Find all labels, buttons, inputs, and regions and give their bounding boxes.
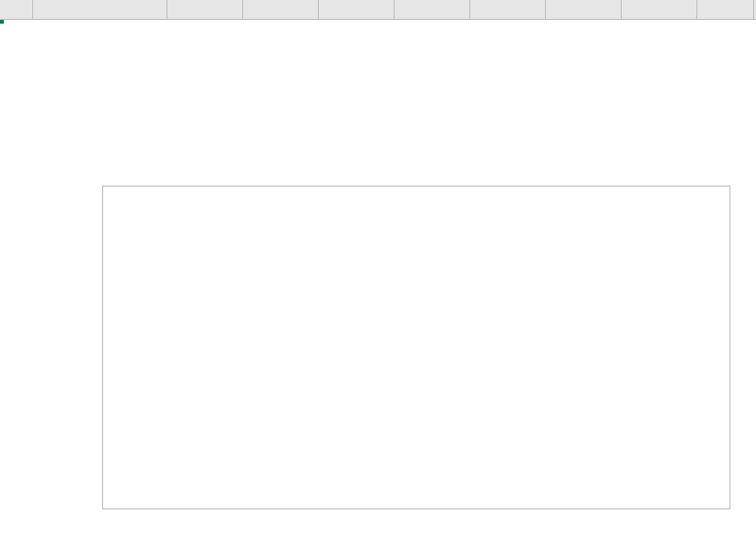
col-header-A[interactable]	[33, 0, 167, 19]
selection-indicator	[0, 20, 4, 24]
col-header-E[interactable]	[395, 0, 470, 19]
select-all-corner[interactable]	[0, 0, 33, 19]
col-header-I[interactable]	[697, 0, 754, 19]
col-header-D[interactable]	[319, 0, 395, 19]
col-header-C[interactable]	[243, 0, 319, 19]
col-header-G[interactable]	[546, 0, 622, 19]
chart-object[interactable]	[102, 186, 730, 509]
col-header-B[interactable]	[167, 0, 243, 19]
col-header-H[interactable]	[622, 0, 697, 19]
col-header-F[interactable]	[470, 0, 546, 19]
column-headers	[0, 0, 756, 20]
spreadsheet-grid[interactable]	[0, 0, 756, 552]
plot-area	[156, 226, 705, 452]
